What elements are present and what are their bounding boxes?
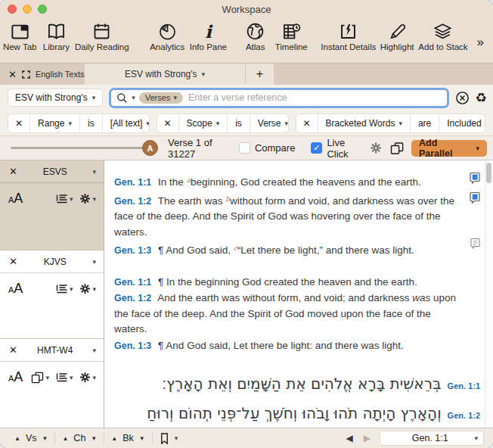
text-size-button[interactable]: AA [8,369,23,385]
info-pane-button[interactable]: i Info Pane [191,21,225,51]
pane-settings-button[interactable]: ▾ [79,193,96,204]
display-options-button[interactable]: ▾ [56,372,73,383]
gear-icon [79,283,91,294]
empty-note-icon[interactable] [470,238,480,249]
filter-value-dropdown[interactable]: Included▾ [439,114,485,132]
live-click-settings-gear-icon[interactable] [370,142,382,154]
remove-filter-button[interactable]: ✕ [15,118,23,129]
chevron-down-icon[interactable]: ▾ [92,258,96,266]
add-tab-button[interactable]: + [245,64,274,85]
text-size-button[interactable]: AA [8,191,23,207]
chapter-down-button[interactable]: ▼ [91,435,97,442]
pane-title[interactable]: ESVS [17,166,93,177]
toolbar-overflow-chevron[interactable]: » [474,35,487,50]
remove-filter-button[interactable]: ✕ [164,118,172,129]
add-to-stack-button[interactable]: Add to Stack [420,21,465,51]
toolbar-label: Atlas [246,42,265,51]
live-click-label: Live Click [327,137,366,160]
new-tab-button[interactable]: New Tab [5,21,35,51]
expand-zone-icon[interactable] [22,70,30,79]
duplicate-pane-icon[interactable] [390,142,404,155]
verse-reference-input[interactable] [187,92,442,104]
verse-reference-link[interactable]: Gen. 1:1 [114,177,151,188]
live-click-checkbox[interactable]: ✓ [311,142,322,154]
chevron-down-icon[interactable]: ▾ [92,347,96,354]
instant-details-button[interactable]: Instant Details [324,21,374,51]
analytics-button[interactable]: Analytics [151,21,183,51]
book-down-button[interactable]: ▼ [139,435,145,442]
display-options-button[interactable]: ▾ [56,194,73,204]
filter-field-dropdown[interactable]: Range▾ [29,114,79,132]
verse-text: And the earth was without form, and void… [157,292,412,303]
close-zone-button[interactable]: ✕ [8,69,17,80]
filter-field-label: Scope [187,118,212,129]
verse-reference-link[interactable]: Gen. 1:3 [114,245,151,256]
daily-reading-button[interactable]: Daily Reading [77,21,126,51]
highlight-button[interactable]: Highlight [382,21,413,51]
chapter-stepper: ▲ Ch ▼ [55,433,104,443]
go-to-reference-field[interactable]: Gen. 1:1 ▾ [380,431,484,446]
text-browser-button[interactable]: ▾ [31,372,49,384]
user-note-icon[interactable] [470,191,480,204]
verse-text: בְּרֵאשִׁית בָּרָא אֱלֹהִים אֵת הַשָּׁמַ… [162,375,441,393]
verse-reference-link[interactable]: Gen. 1:2 [114,293,151,303]
search-mode-pill[interactable]: Verses ▾ [139,92,183,104]
library-button[interactable]: Library [43,21,69,51]
new-tab-icon [10,21,30,42]
parallel-pages-icon [31,372,44,384]
main-area: ✕ ESVS ▾ AA ▾ ▾ [0,160,493,428]
clear-search-button[interactable] [455,91,470,105]
timeline-button[interactable]: Timeline [277,21,306,51]
history-forward-button[interactable]: ▶ [364,433,371,443]
info-icon: i [205,21,212,42]
text-size-slider[interactable]: A [11,140,159,156]
filter-value-dropdown[interactable]: Verse▾ [250,114,289,132]
tab-esv-with-strongs[interactable]: ESV with Strong's ▾ [85,64,245,85]
text-content-area[interactable]: Gen. 1:1 In the abeginning, God created … [104,160,493,428]
verse-reference-link[interactable]: Gen. 1:1 [448,381,480,390]
compare-checkbox[interactable] [239,142,250,154]
filter-field-dropdown[interactable]: Bracketed Words▾ [318,114,410,132]
search-mode-chevron-icon[interactable]: ▾ [132,94,135,101]
module-select-button[interactable]: ESV with Strong's ▾ [8,89,103,107]
close-pane-button[interactable]: ✕ [9,166,17,177]
atlas-button[interactable]: Atlas [243,21,268,51]
verse-reference-link[interactable]: Gen. 1:2 [114,196,151,207]
filter-value-dropdown[interactable]: [All text]▾ [102,114,150,132]
user-note-icon[interactable] [470,172,480,184]
remove-filter-button[interactable]: ✕ [303,118,311,129]
window-title: Workspace [0,4,493,15]
bookmark-button[interactable]: ▾ [153,432,185,445]
pane-settings-button[interactable]: ▾ [79,283,96,294]
add-parallel-button[interactable]: Add Parallel ▾ [411,140,487,157]
chevron-down-icon[interactable]: ▾ [92,168,96,176]
pane-header-kjvs: ✕ KJVS ▾ AA ▾ ▾ [0,250,104,338]
verse-up-button[interactable]: ▲ [14,435,20,442]
toolbar-label: Add to Stack [418,42,467,51]
pane-title[interactable]: KJVS [17,257,93,267]
vertical-scrollbar[interactable] [485,160,493,428]
pane-header-hmt-w4: ✕ HMT-W4 ▾ AA ▾ ▾ [0,338,104,428]
display-options-button[interactable]: ▾ [56,284,73,294]
filter-field-dropdown[interactable]: Scope▾ [178,114,228,132]
text-size-button[interactable]: AA [8,281,23,297]
slider-knob-badge[interactable]: A [142,140,158,156]
history-back-button[interactable]: ◀ [346,433,353,443]
verse-reference-link[interactable]: Gen. 1:3 [114,341,151,351]
chevron-down-icon: ▾ [92,94,96,101]
verse-down-button[interactable]: ▼ [42,435,48,442]
verse-reference-link[interactable]: Gen. 1:1 [114,277,151,288]
pane-header-esvs: ✕ ESVS ▾ AA ▾ ▾ [0,160,104,250]
chevron-down-icon: ▾ [92,195,96,203]
filter-group-bracketed-words: ✕ Bracketed Words▾ are Included▾ [296,114,485,133]
chapter-up-button[interactable]: ▲ [62,435,68,442]
pane-settings-button[interactable]: ▾ [79,372,96,383]
pane-title[interactable]: HMT-W4 [17,345,93,356]
research-recycle-icon[interactable]: ♻ [476,92,487,104]
search-icon[interactable] [116,92,128,104]
close-pane-button[interactable]: ✕ [9,344,17,356]
verse-reference-link[interactable]: Gen. 1:2 [448,411,480,420]
book-up-button[interactable]: ▲ [111,435,117,442]
scrollbar-thumb[interactable] [486,163,491,183]
close-pane-button[interactable]: ✕ [9,256,17,267]
